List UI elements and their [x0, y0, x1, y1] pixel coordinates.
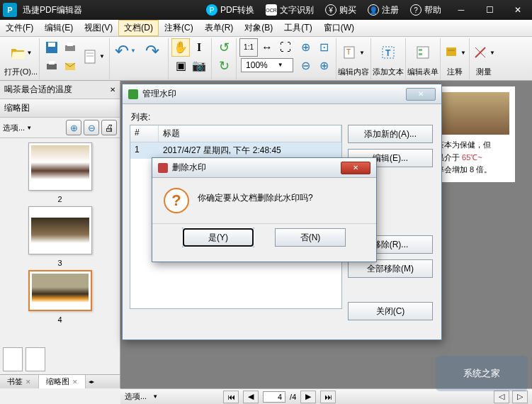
dialog-button-row: 是(Y) 否(N) [152, 223, 376, 254]
svg-text:T: T [385, 48, 391, 58]
thumbnail-item-selected[interactable] [28, 270, 92, 311]
options-label[interactable]: 选项... [3, 123, 25, 133]
dropdown-arrow-icon: ▼ [27, 50, 33, 56]
status-options[interactable]: 选项... [125, 391, 147, 402]
page-number-input[interactable] [263, 391, 285, 403]
undo-button[interactable]: ↶▼ [113, 38, 138, 64]
close-button[interactable]: 关闭(C) [348, 302, 433, 320]
thumbnail-preview [31, 145, 89, 188]
menu-form[interactable]: 表单(R) [199, 20, 239, 36]
crop-button[interactable]: ▣ [171, 57, 190, 75]
dialog-close-button[interactable]: ✕ [406, 88, 436, 101]
ruler-icon [472, 45, 488, 60]
register-button[interactable]: 👤 注册 [362, 4, 404, 16]
thumb-zoom-in-button[interactable]: ⊕ [66, 120, 81, 135]
col-number[interactable]: # [130, 125, 159, 142]
thumbnail-item[interactable] [28, 206, 92, 254]
menu-object[interactable]: 对象(B) [239, 20, 278, 36]
no-button[interactable]: 否(N) [275, 228, 346, 247]
app-icon: P [3, 3, 17, 17]
tab-bookmark-label: 书签 [7, 376, 23, 387]
tab-close-icon[interactable]: ✕ [72, 378, 78, 386]
thumb-zoom-out-button[interactable]: ⊖ [84, 120, 99, 135]
menu-file[interactable]: 文件(F) [0, 20, 39, 36]
measure-button[interactable]: ▼ [471, 40, 497, 65]
add-text-button[interactable]: T [375, 40, 401, 65]
statusbar: 选项... ▼ ⏮ ◀ /4 ▶ ⏭ ◁ ▷ [120, 388, 532, 404]
close-button[interactable]: ✕ [504, 0, 532, 20]
confirm-message: 你确定要从文档删除此水印吗? [198, 188, 313, 204]
save-button[interactable] [43, 38, 61, 57]
document-button[interactable]: ▼ [81, 38, 106, 75]
svg-rect-2 [65, 45, 75, 51]
next-page-button[interactable]: ▶ [300, 391, 316, 403]
menu-window[interactable]: 窗口(W) [318, 20, 360, 36]
tab-thumbnail[interactable]: 缩略图✕ [39, 375, 86, 388]
menu-edit[interactable]: 编辑(E) [39, 20, 79, 36]
fit-actual-button[interactable]: 1:1 [239, 38, 258, 57]
yes-button[interactable]: 是(Y) [183, 228, 254, 247]
edit-form-button[interactable] [410, 40, 436, 65]
svg-rect-16 [419, 53, 422, 55]
redo-button[interactable]: ↷ [140, 38, 165, 64]
rotate-cw-button[interactable]: ↻ [215, 57, 233, 75]
annotate-button[interactable]: ▼ [442, 40, 468, 65]
prev-page-button[interactable]: ◀ [243, 391, 259, 403]
open-button[interactable]: ▼ [9, 40, 34, 65]
dialog-close-button[interactable]: ✕ [341, 162, 370, 174]
menu-comment[interactable]: 注释(C) [159, 20, 199, 36]
menu-tool[interactable]: 工具(T) [278, 20, 317, 36]
nav-back-button[interactable]: ◁ [494, 391, 509, 403]
ocr-button[interactable]: OCR 文字识别 [260, 4, 319, 16]
thumbnail-item[interactable] [28, 142, 92, 191]
menu-document[interactable]: 文档(D) [118, 20, 159, 36]
add-new-button[interactable]: 添加新的(A)... [348, 125, 433, 143]
zoom-out-button[interactable]: ⊖ [296, 57, 315, 75]
hand-tool-button[interactable]: ✋ [171, 38, 190, 57]
help-button[interactable]: ? 帮助 [404, 4, 447, 16]
dropdown-arrow-icon: ▼ [278, 62, 283, 68]
print-button-2[interactable] [43, 57, 61, 75]
zoom-tool-button[interactable]: ⊕ [315, 57, 333, 75]
fit-width-icon: ↔ [261, 41, 273, 54]
thumb-print-button[interactable]: 🖨 [101, 120, 117, 135]
tab-close-icon[interactable]: ✕ [110, 86, 115, 94]
tab-bookmark[interactable]: 书签✕ [0, 375, 39, 388]
col-title[interactable]: 标题 [159, 125, 341, 142]
buy-button[interactable]: ¥ 购买 [319, 4, 362, 16]
list-row-selected[interactable]: 1 2017/4/27 星期四, 下午 2:48:45 [130, 142, 341, 159]
nav-forward-button[interactable]: ▷ [512, 391, 528, 403]
fit-width-button[interactable]: ↔ [258, 38, 276, 57]
rotate-ccw-button[interactable]: ↺ [215, 38, 233, 57]
dialog-titlebar[interactable]: 删除水印 ✕ [152, 158, 376, 178]
mini-thumb[interactable] [3, 347, 23, 371]
svg-rect-4 [47, 64, 57, 69]
tab-overflow-icon[interactable]: ◂▸ [89, 378, 94, 385]
printer-icon [64, 41, 77, 54]
pdf-convert-button[interactable]: P PDF转换 [200, 4, 260, 16]
zoom-slider-group: ◁ ▷ [494, 391, 528, 403]
snapshot-button[interactable]: 📷 [190, 57, 208, 75]
menu-view[interactable]: 视图(V) [79, 20, 118, 36]
dialog-titlebar[interactable]: 管理水印 ✕ [123, 84, 441, 104]
zoom-combobox[interactable]: 100% ▼ [241, 58, 293, 72]
document-tab[interactable]: 喝茶最合适的温度 ✕ [0, 81, 120, 99]
fit-page-button[interactable]: ⛶ [276, 38, 295, 57]
zoom-in-button[interactable]: ⊕ [296, 38, 315, 57]
sidebar: 喝茶最合适的温度 ✕ 缩略图 选项... ▼ ⊕ ⊖ 🖨 2 3 4 书签✕ 缩… [0, 81, 120, 388]
first-page-button[interactable]: ⏮ [223, 391, 239, 403]
convert-icon: P [206, 4, 217, 16]
minimize-button[interactable]: ─ [447, 0, 475, 20]
email-button[interactable] [61, 57, 79, 75]
tab-close-icon[interactable]: ✕ [26, 378, 31, 386]
mini-thumb[interactable] [26, 347, 45, 371]
last-page-button[interactable]: ⏭ [320, 391, 336, 403]
edit-content-button[interactable]: T▼ [341, 40, 366, 65]
row-number: 1 [130, 142, 159, 159]
print-button[interactable] [61, 38, 79, 57]
svg-rect-15 [419, 49, 422, 51]
zoom-area-button[interactable]: ⊡ [315, 38, 333, 57]
text-select-button[interactable]: I [190, 38, 208, 57]
form-icon [415, 45, 431, 60]
maximize-button[interactable]: ☐ [475, 0, 504, 20]
